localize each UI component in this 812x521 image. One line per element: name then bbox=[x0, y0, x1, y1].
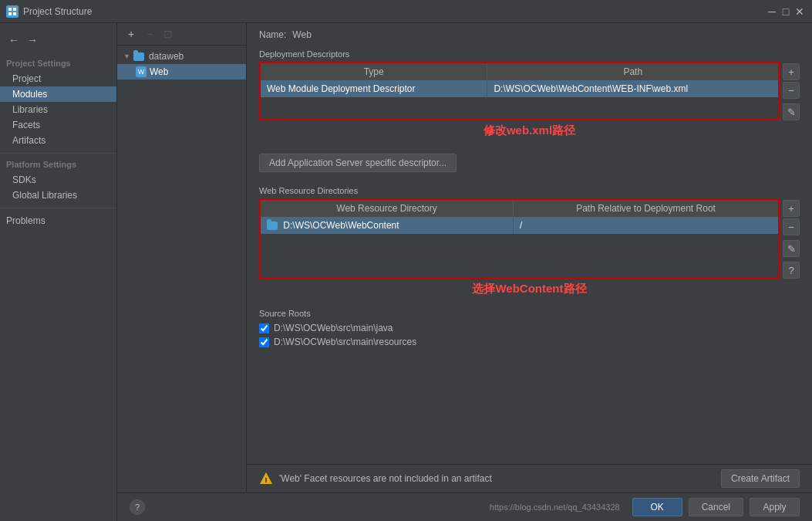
tree-item-web[interactable]: W Web bbox=[117, 64, 246, 80]
help-button[interactable]: ? bbox=[130, 499, 145, 515]
svg-text:!: ! bbox=[265, 476, 268, 484]
create-artifact-button[interactable]: Create Artifact bbox=[721, 469, 800, 488]
warning-bar: ! 'Web' Facet resources are not included… bbox=[247, 464, 812, 492]
ok-button[interactable]: OK bbox=[632, 498, 682, 516]
table-row[interactable]: Web Module Deployment Descriptor D:\WS\O… bbox=[261, 80, 778, 97]
source-root-label-1: D:\WS\OCWeb\src\main\resources bbox=[274, 337, 416, 347]
sidebar-item-label: Modules bbox=[12, 89, 47, 100]
module-icon: W bbox=[136, 66, 147, 77]
sidebar-item-label: Project bbox=[12, 73, 41, 84]
sidebar-divider-2 bbox=[0, 208, 116, 208]
source-root-label-0: D:\WS\OCWeb\src\main\java bbox=[274, 323, 393, 333]
web-resource-help-button[interactable]: ? bbox=[783, 262, 800, 279]
cell-type: Web Module Deployment Descriptor bbox=[261, 80, 487, 97]
sidebar-item-label: Facets bbox=[12, 120, 40, 130]
name-label: Name: bbox=[259, 29, 286, 40]
tree-remove-button[interactable]: − bbox=[142, 26, 157, 42]
sidebar-item-artifacts[interactable]: Artifacts bbox=[0, 133, 116, 148]
web-resource-buttons: + − ✎ ? bbox=[780, 198, 800, 279]
warning-icon: ! bbox=[259, 472, 273, 485]
sidebar-item-problems[interactable]: Problems bbox=[0, 213, 116, 228]
svg-rect-3 bbox=[13, 12, 16, 15]
window-title: Project Structure bbox=[23, 6, 92, 17]
deployment-remove-button[interactable]: − bbox=[783, 82, 800, 99]
col-path: Path bbox=[487, 63, 778, 80]
source-root-item-1: D:\WS\OCWeb\src\main\resources bbox=[259, 335, 800, 349]
cell-rel-path: / bbox=[514, 217, 778, 234]
deployment-annotation: 修改web.xml路径 bbox=[259, 120, 800, 141]
web-resource-edit-button[interactable]: ✎ bbox=[783, 240, 800, 257]
close-button[interactable]: ✕ bbox=[793, 5, 806, 18]
warning-text: 'Web' Facet resources are not included i… bbox=[279, 473, 492, 484]
back-button[interactable]: ← bbox=[6, 32, 22, 48]
deployment-add-button[interactable]: + bbox=[783, 63, 800, 80]
sidebar-item-facets[interactable]: Facets bbox=[0, 117, 116, 133]
sidebar-divider bbox=[0, 153, 116, 154]
sidebar-item-sdks[interactable]: SDKs bbox=[0, 172, 116, 188]
add-server-button[interactable]: Add Application Server specific descript… bbox=[259, 154, 457, 172]
web-resource-section: Web Resource Directories Web Resource Di… bbox=[247, 183, 812, 306]
sidebar: ← → Project Settings Project Modules Lib… bbox=[0, 23, 117, 521]
source-root-checkbox-1[interactable] bbox=[259, 337, 269, 347]
sidebar-toolbar: ← → bbox=[0, 29, 116, 51]
cell-directory: D:\WS\OCWeb\WebContent bbox=[261, 217, 514, 234]
problems-label: Problems bbox=[6, 215, 45, 226]
apply-button[interactable]: Apply bbox=[750, 498, 800, 516]
web-resource-section-title: Web Resource Directories bbox=[259, 186, 800, 195]
table-row[interactable]: D:\WS\OCWeb\WebContent / bbox=[261, 217, 778, 234]
tree-add-button[interactable]: + bbox=[123, 26, 139, 42]
sidebar-item-global-libraries[interactable]: Global Libraries bbox=[0, 188, 116, 203]
platform-settings-label: Platform Settings bbox=[0, 158, 116, 172]
svg-rect-0 bbox=[8, 8, 12, 11]
deployment-section: Deployment Descriptors Type Path bbox=[247, 46, 812, 147]
web-resource-table: Web Resource Directory Path Relative to … bbox=[259, 198, 780, 279]
bottom-bar: ? https://blog.csdn.net/qq_43434328 OK C… bbox=[117, 492, 812, 521]
source-root-item-0: D:\WS\OCWeb\src\main\java bbox=[259, 321, 800, 335]
web-resource-add-button[interactable]: + bbox=[783, 200, 800, 217]
col-type: Type bbox=[261, 63, 487, 80]
sidebar-item-modules[interactable]: Modules bbox=[0, 86, 116, 102]
cell-path: D:\WS\OCWeb\WebContent\WEB-INF\web.xml bbox=[487, 80, 778, 97]
deployment-table: Type Path Web Module Deployment Descript… bbox=[259, 62, 780, 120]
tree-copy-button[interactable]: ⊡ bbox=[160, 26, 176, 42]
tree-item-label: Web bbox=[150, 66, 168, 77]
deployment-edit-button[interactable]: ✎ bbox=[783, 103, 800, 120]
content-area: Name: Web Deployment Descriptors bbox=[247, 23, 812, 492]
sidebar-item-label: Artifacts bbox=[12, 135, 45, 146]
col-rel-path: Path Relative to Deployment Root bbox=[514, 200, 778, 217]
source-root-checkbox-0[interactable] bbox=[259, 323, 269, 333]
deployment-section-title: Deployment Descriptors bbox=[259, 49, 800, 59]
svg-rect-2 bbox=[8, 12, 12, 15]
tree-item-dataweb[interactable]: ▼ dataweb bbox=[117, 49, 246, 64]
folder-icon bbox=[133, 52, 144, 61]
deployment-buttons: + − ✎ bbox=[780, 62, 800, 120]
web-resource-annotation: 选择WebContent路径 bbox=[259, 279, 800, 299]
svg-rect-1 bbox=[13, 8, 16, 11]
source-roots-section: Source Roots D:\WS\OCWeb\src\main\java D… bbox=[247, 306, 812, 355]
sidebar-item-label: SDKs bbox=[12, 174, 36, 185]
app-icon bbox=[6, 5, 19, 18]
sidebar-item-label: Global Libraries bbox=[12, 190, 77, 201]
web-resource-remove-button[interactable]: − bbox=[783, 218, 800, 235]
tree-item-label: dataweb bbox=[149, 51, 184, 62]
col-web-dir: Web Resource Directory bbox=[261, 200, 514, 217]
minimize-button[interactable]: ─ bbox=[766, 5, 778, 18]
project-settings-label: Project Settings bbox=[0, 57, 116, 71]
sidebar-item-project[interactable]: Project bbox=[0, 71, 116, 86]
sidebar-item-label: Libraries bbox=[12, 104, 48, 115]
folder-icon bbox=[267, 222, 278, 230]
name-value: Web bbox=[292, 29, 311, 40]
maximize-button[interactable]: □ bbox=[780, 5, 792, 18]
title-bar: Project Structure ─ □ ✕ bbox=[0, 0, 812, 23]
cancel-button[interactable]: Cancel bbox=[689, 498, 743, 516]
csdn-link: https://blog.csdn.net/qq_43434328 bbox=[490, 502, 620, 512]
source-roots-title: Source Roots bbox=[259, 309, 800, 318]
forward-button[interactable]: → bbox=[25, 32, 40, 48]
sidebar-item-libraries[interactable]: Libraries bbox=[0, 102, 116, 117]
name-row: Name: Web bbox=[247, 23, 812, 46]
